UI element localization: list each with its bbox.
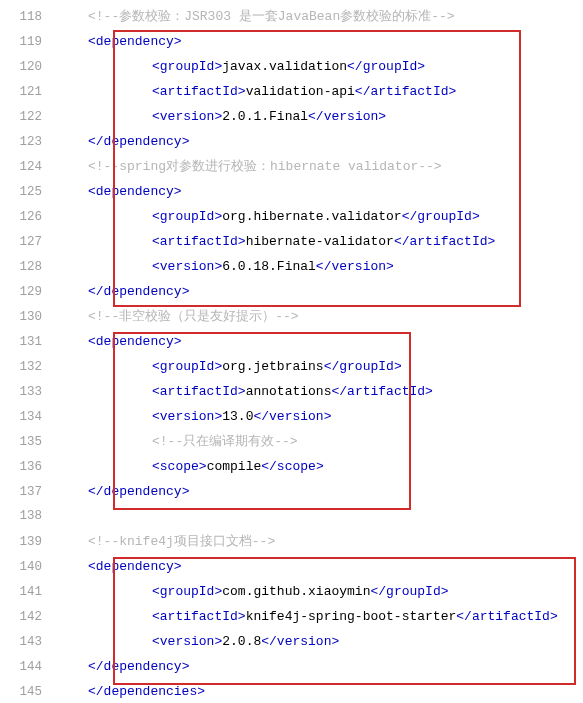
- code-content[interactable]: <groupId>javax.validation</groupId>: [60, 54, 583, 79]
- line-number: 143: [0, 630, 60, 655]
- code-line[interactable]: 121<artifactId>validation-api</artifactI…: [0, 79, 583, 104]
- code-content[interactable]: </dependency>: [60, 129, 583, 154]
- line-number: 125: [0, 180, 60, 205]
- line-number: 132: [0, 355, 60, 380]
- line-number: 134: [0, 405, 60, 430]
- code-content[interactable]: <version>2.0.8</version>: [60, 629, 583, 654]
- code-line[interactable]: 123</dependency>: [0, 129, 583, 154]
- line-number: 118: [0, 5, 60, 30]
- code-content[interactable]: <artifactId>validation-api</artifactId>: [60, 79, 583, 104]
- line-number: 138: [0, 504, 60, 529]
- line-number: 140: [0, 555, 60, 580]
- line-number: 127: [0, 230, 60, 255]
- code-content[interactable]: <groupId>org.hibernate.validator</groupI…: [60, 204, 583, 229]
- line-number: 131: [0, 330, 60, 355]
- code-line[interactable]: 120<groupId>javax.validation</groupId>: [0, 54, 583, 79]
- code-content[interactable]: <version>2.0.1.Final</version>: [60, 104, 583, 129]
- code-line[interactable]: 135<!--只在编译期有效-->: [0, 429, 583, 454]
- line-number: 137: [0, 480, 60, 505]
- code-line[interactable]: 139<!--knife4j项目接口文档-->: [0, 529, 583, 554]
- code-line[interactable]: 137</dependency>: [0, 479, 583, 504]
- code-content[interactable]: </dependencies>: [60, 679, 583, 703]
- code-content[interactable]: <version>6.0.18.Final</version>: [60, 254, 583, 279]
- line-number: 129: [0, 280, 60, 305]
- line-number: 136: [0, 455, 60, 480]
- code-lines[interactable]: 118<!--参数校验：JSR303 是一套JavaBean参数校验的标准-->…: [0, 4, 583, 703]
- line-number: 128: [0, 255, 60, 280]
- code-line[interactable]: 143<version>2.0.8</version>: [0, 629, 583, 654]
- code-content[interactable]: <artifactId>annotations</artifactId>: [60, 379, 583, 404]
- line-number: 135: [0, 430, 60, 455]
- line-number: 126: [0, 205, 60, 230]
- code-content[interactable]: <dependency>: [60, 29, 583, 54]
- code-content[interactable]: <version>13.0</version>: [60, 404, 583, 429]
- code-content[interactable]: <!--knife4j项目接口文档-->: [60, 529, 583, 554]
- line-number: 124: [0, 155, 60, 180]
- code-line[interactable]: 119<dependency>: [0, 29, 583, 54]
- code-content[interactable]: <groupId>com.github.xiaoymin</groupId>: [60, 579, 583, 604]
- code-line[interactable]: 134<version>13.0</version>: [0, 404, 583, 429]
- code-content[interactable]: </dependency>: [60, 654, 583, 679]
- line-number: 145: [0, 680, 60, 703]
- code-line[interactable]: 127<artifactId>hibernate-validator</arti…: [0, 229, 583, 254]
- code-content[interactable]: <groupId>org.jetbrains</groupId>: [60, 354, 583, 379]
- code-line[interactable]: 129</dependency>: [0, 279, 583, 304]
- code-line[interactable]: 125<dependency>: [0, 179, 583, 204]
- code-line[interactable]: 122<version>2.0.1.Final</version>: [0, 104, 583, 129]
- code-content[interactable]: </dependency>: [60, 279, 583, 304]
- line-number: 119: [0, 30, 60, 55]
- line-number: 122: [0, 105, 60, 130]
- code-content[interactable]: <dependency>: [60, 554, 583, 579]
- code-content[interactable]: <dependency>: [60, 329, 583, 354]
- code-line[interactable]: 133<artifactId>annotations</artifactId>: [0, 379, 583, 404]
- code-line[interactable]: 140<dependency>: [0, 554, 583, 579]
- line-number: 120: [0, 55, 60, 80]
- code-line[interactable]: 124<!--spring对参数进行校验：hibernate validator…: [0, 154, 583, 179]
- code-content[interactable]: <!--参数校验：JSR303 是一套JavaBean参数校验的标准-->: [60, 4, 583, 29]
- code-content[interactable]: <artifactId>hibernate-validator</artifac…: [60, 229, 583, 254]
- line-number: 123: [0, 130, 60, 155]
- code-line[interactable]: 141<groupId>com.github.xiaoymin</groupId…: [0, 579, 583, 604]
- line-number: 130: [0, 305, 60, 330]
- code-content[interactable]: <!--spring对参数进行校验：hibernate validator-->: [60, 154, 583, 179]
- code-content[interactable]: <!--只在编译期有效-->: [60, 429, 583, 454]
- code-content[interactable]: <!--非空校验（只是友好提示）-->: [60, 304, 583, 329]
- code-line[interactable]: 118<!--参数校验：JSR303 是一套JavaBean参数校验的标准-->: [0, 4, 583, 29]
- line-number: 144: [0, 655, 60, 680]
- code-line[interactable]: 131<dependency>: [0, 329, 583, 354]
- line-number: 121: [0, 80, 60, 105]
- code-line[interactable]: 126<groupId>org.hibernate.validator</gro…: [0, 204, 583, 229]
- code-content[interactable]: <dependency>: [60, 179, 583, 204]
- code-line[interactable]: 138: [0, 504, 583, 529]
- code-content[interactable]: <scope>compile</scope>: [60, 454, 583, 479]
- code-content[interactable]: <artifactId>knife4j-spring-boot-starter<…: [60, 604, 583, 629]
- code-line[interactable]: 144</dependency>: [0, 654, 583, 679]
- code-line[interactable]: 130<!--非空校验（只是友好提示）-->: [0, 304, 583, 329]
- code-line[interactable]: 145</dependencies>: [0, 679, 583, 703]
- line-number: 133: [0, 380, 60, 405]
- code-line[interactable]: 136<scope>compile</scope>: [0, 454, 583, 479]
- line-number: 139: [0, 530, 60, 555]
- line-number: 141: [0, 580, 60, 605]
- line-number: 142: [0, 605, 60, 630]
- code-line[interactable]: 142<artifactId>knife4j-spring-boot-start…: [0, 604, 583, 629]
- code-line[interactable]: 132<groupId>org.jetbrains</groupId>: [0, 354, 583, 379]
- code-line[interactable]: 128<version>6.0.18.Final</version>: [0, 254, 583, 279]
- code-content[interactable]: </dependency>: [60, 479, 583, 504]
- code-editor: 118<!--参数校验：JSR303 是一套JavaBean参数校验的标准-->…: [0, 0, 583, 703]
